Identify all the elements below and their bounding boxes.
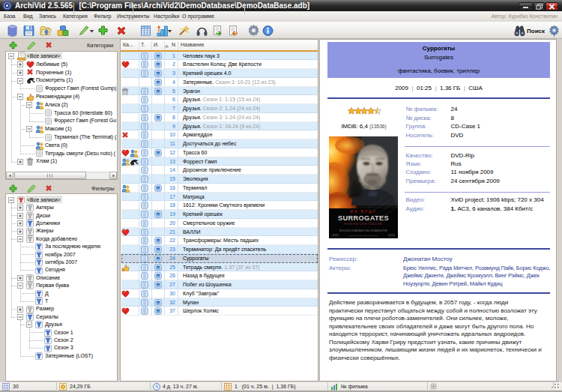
svg-text:BRUCE WILLIS RADHA MITCHELL: BRUCE WILLIS RADHA MITCHELL ROSAMUND PIK… [339,229,387,232]
svg-text:WWW.SURROGATES-MOVIE.COM: WWW.SURROGATES-MOVIE.COM [349,235,378,237]
svg-text:HUBOWIUEHTRAUEB: HUBOWIUEHTRAUEB [345,223,383,226]
svg-text:ИХ БУДУ: ИХ БУДУ [350,209,376,214]
svg-text:SURROGATES: SURROGATES [338,214,389,222]
